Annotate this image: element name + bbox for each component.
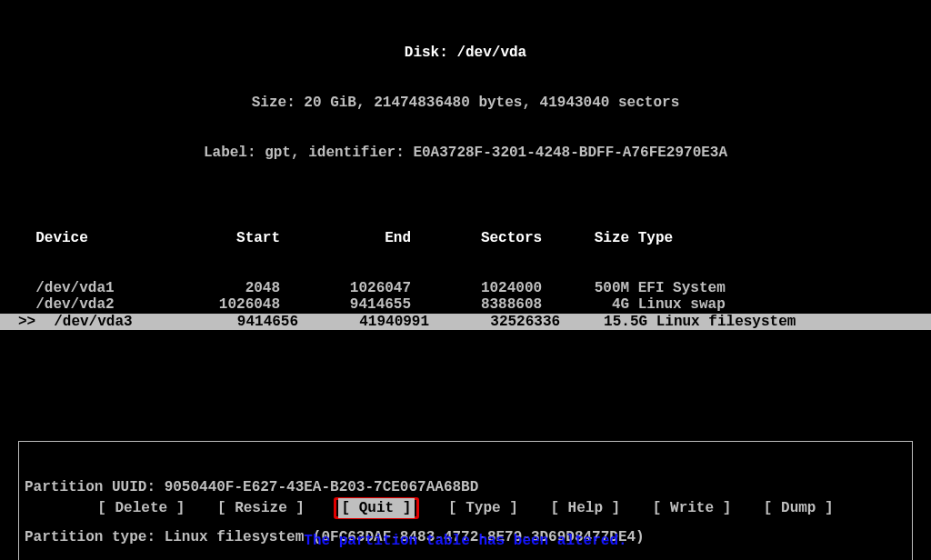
write-button[interactable]: [ Write ]: [649, 498, 735, 518]
resize-button[interactable]: [ Resize ]: [214, 498, 308, 518]
disk-path: Disk: /dev/vda: [0, 45, 931, 61]
disk-header: Disk: /dev/vda Size: 20 GiB, 21474836480…: [0, 0, 931, 178]
disk-label: Label: gpt, identifier: E0A3728F-3201-42…: [0, 145, 931, 161]
dump-button[interactable]: [ Dump ]: [760, 498, 837, 518]
partition-row-content: /dev/vda3 9414656 41940991 32526336 15.5…: [36, 314, 814, 330]
type-button[interactable]: [ Type ]: [445, 498, 522, 518]
partition-uuid: Partition UUID: 9050440F-E627-43EA-B203-…: [25, 479, 906, 495]
delete-button[interactable]: [ Delete ]: [94, 498, 188, 518]
disk-size: Size: 20 GiB, 21474836480 bytes, 4194304…: [0, 95, 931, 111]
partition-table: Device Start End Sectors Size Type /dev/…: [0, 196, 931, 347]
action-menu: [ Delete ] [ Resize ] [ Quit ] [ Type ] …: [0, 498, 931, 518]
partition-row[interactable]: /dev/vda1 2048 1026047 1024000 500M EFI …: [0, 280, 931, 296]
partition-table-header: Device Start End Sectors Size Type: [0, 230, 931, 246]
quit-highlight: [ Quit ]: [334, 497, 420, 519]
status-message: The partition table has been altered.: [0, 533, 931, 549]
partition-row[interactable]: /dev/vda2 1026048 9414655 8388608 4G Lin…: [0, 296, 931, 313]
partition-row[interactable]: >> /dev/vda3 9414656 41940991 32526336 1…: [0, 314, 931, 330]
selection-indicator: >>: [18, 314, 36, 330]
quit-button[interactable]: [ Quit ]: [338, 498, 415, 518]
help-button[interactable]: [ Help ]: [546, 498, 624, 518]
